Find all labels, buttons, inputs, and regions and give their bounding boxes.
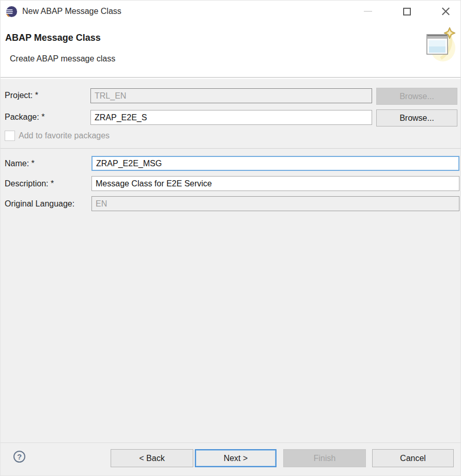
minimize-icon [364,11,372,12]
description-input[interactable] [91,176,459,191]
new-abap-message-class-dialog: New ABAP Message Class ABAP Message Clas… [0,0,461,476]
package-browse-button[interactable]: Browse... [376,109,457,126]
project-label: Project: * [5,91,38,100]
page-title: ABAP Message Class [5,33,101,43]
form-area: Project: * Browse... Package: * Browse..… [1,79,461,442]
new-message-class-wizard-icon [423,26,456,67]
description-label: Description: * [5,179,54,188]
maximize-button[interactable] [395,1,419,22]
package-label: Package: * [5,113,44,122]
next-button[interactable]: Next > [195,449,276,467]
project-input [90,88,372,103]
original-language-label: Original Language: [5,199,74,209]
title-bar: New ABAP Message Class [1,1,461,24]
help-button[interactable]: ? [13,451,25,463]
name-input[interactable] [91,156,459,171]
favorite-packages-checkbox[interactable] [5,131,15,141]
maximize-icon [403,8,411,15]
page-subtitle: Create ABAP message class [10,54,115,64]
minimize-button[interactable] [356,1,380,22]
wizard-header: ABAP Message Class Create ABAP message c… [1,24,461,78]
project-browse-button: Browse... [376,88,457,105]
section-divider [1,148,461,149]
favorite-packages-label: Add to favorite packages [19,131,110,140]
close-icon [441,7,450,16]
original-language-input [91,196,459,211]
help-icon: ? [17,452,22,461]
name-label: Name: * [5,159,35,168]
back-button[interactable]: < Back [111,449,193,467]
button-bar: ? < Back Next > Finish Cancel [1,442,461,476]
package-input[interactable] [90,110,372,125]
close-button[interactable] [434,1,457,22]
cancel-button[interactable]: Cancel [372,449,454,467]
finish-button: Finish [283,449,366,467]
window-title: New ABAP Message Class [22,7,121,16]
eclipse-logo-icon [6,6,18,18]
